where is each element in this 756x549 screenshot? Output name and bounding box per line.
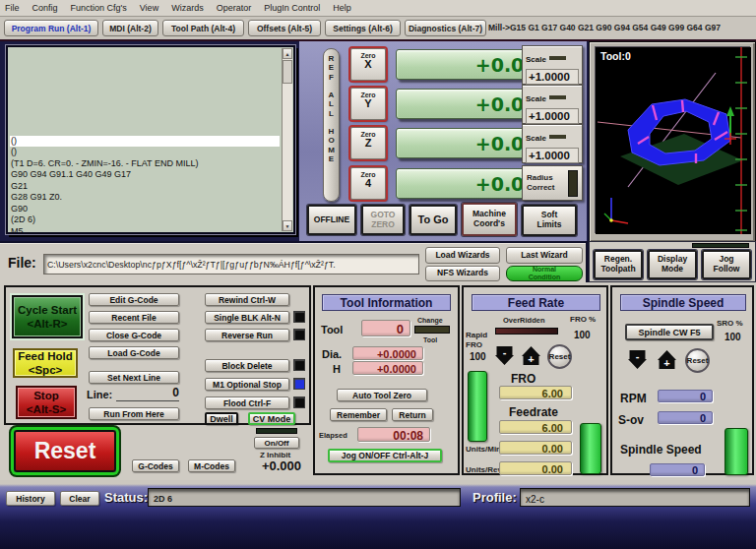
clear-button[interactable]: Clear bbox=[60, 491, 99, 506]
ref-all-home-button[interactable]: R E F A L L H O M E bbox=[323, 48, 340, 202]
scrollbar-thumb[interactable] bbox=[283, 60, 292, 84]
feed-plus-icon[interactable]: + bbox=[522, 346, 540, 365]
auto-tool-zero-button[interactable]: Auto Tool Zero bbox=[337, 389, 427, 401]
scroll-down-icon[interactable]: ▼ bbox=[283, 220, 292, 231]
zero-y-button[interactable]: Zero Y bbox=[350, 88, 386, 120]
line-number-field[interactable]: 0 bbox=[116, 386, 179, 401]
gcode-line: (T1 D=6. CR=0. - ZMIN=-16. - FLAT END MI… bbox=[10, 158, 280, 170]
gcode-current-line[interactable]: () bbox=[10, 136, 280, 148]
z-inhibit-onoff-button[interactable]: On/Off bbox=[254, 437, 299, 449]
last-wizard-button[interactable]: Last Wizard bbox=[506, 247, 583, 264]
zero-4-button[interactable]: Zero 4 bbox=[350, 167, 386, 200]
tool-dia-field[interactable]: +0.0000 bbox=[352, 346, 423, 360]
tab-program-run[interactable]: Program Run (Alt-1) bbox=[4, 20, 98, 36]
rapid-fro-label: Rapid FRO bbox=[466, 331, 487, 351]
run-from-here-button[interactable]: Run From Here bbox=[89, 407, 179, 420]
reset-button[interactable]: Reset bbox=[14, 430, 116, 472]
scale-y-value[interactable]: +1.0000 bbox=[526, 108, 579, 124]
gcode-window[interactable]: () () (T1 D=6. CR=0. - ZMIN=-16. - FLAT … bbox=[6, 45, 295, 234]
tab-offsets[interactable]: Offsets (Alt-5) bbox=[248, 20, 321, 36]
menu-function-cfgs[interactable]: Function Cfg's bbox=[71, 3, 127, 13]
load-wizards-button[interactable]: Load Wizards bbox=[425, 247, 500, 264]
tab-settings[interactable]: Settings (Alt-6) bbox=[325, 20, 401, 36]
scale-z-value[interactable]: +1.0000 bbox=[526, 148, 579, 163]
scale-x-value[interactable]: +1.0000 bbox=[526, 69, 579, 85]
return-button[interactable]: Return bbox=[392, 408, 433, 421]
status-bar: History Clear Status: 2D 6 Profile: x2-c bbox=[0, 480, 756, 549]
toolpath-drawing bbox=[596, 47, 751, 234]
regen-toolpath-button[interactable]: Regen. Toolpath bbox=[594, 250, 643, 279]
soft-limits-button[interactable]: Soft Limits bbox=[522, 205, 577, 236]
g-codes-button[interactable]: G-Codes bbox=[132, 459, 179, 472]
rewind-button[interactable]: Rewind Ctrl-W bbox=[205, 293, 289, 306]
display-mode-button[interactable]: Display Mode bbox=[648, 250, 697, 279]
spindle-slider[interactable] bbox=[724, 428, 748, 475]
close-gcode-button[interactable]: Close G-Code bbox=[89, 329, 179, 341]
toolpath-canvas[interactable]: Tool:0 bbox=[595, 46, 750, 233]
cycle-start-button[interactable]: Cycle Start <Alt-R> bbox=[12, 295, 83, 338]
menu-file[interactable]: File bbox=[5, 3, 20, 13]
feed-hold-button[interactable]: Feed Hold <Spc> bbox=[13, 348, 78, 378]
flood-button[interactable]: Flood Ctrl-F bbox=[205, 396, 289, 409]
tool-h-field[interactable]: +0.0000 bbox=[352, 361, 423, 375]
jog-follow-button[interactable]: Jog Follow bbox=[702, 250, 751, 279]
cv-mode-button[interactable]: CV Mode bbox=[248, 412, 295, 425]
edit-gcode-button[interactable]: Edit G-Code bbox=[89, 293, 179, 306]
spindle-speed-field[interactable]: 0 bbox=[650, 463, 705, 476]
radius-correct-button[interactable]: Radius Correct bbox=[522, 165, 583, 201]
dwell-button[interactable]: Dwell bbox=[205, 412, 238, 425]
history-button[interactable]: History bbox=[6, 491, 55, 506]
change-tool-label: Tool bbox=[423, 336, 437, 343]
to-go-button[interactable]: To Go bbox=[410, 205, 457, 235]
overridden-label: OverRidden bbox=[503, 316, 545, 325]
spindle-minus-icon[interactable]: - bbox=[628, 350, 647, 369]
change-tool-led bbox=[414, 326, 450, 334]
remember-button[interactable]: Remember bbox=[330, 408, 387, 421]
zero-z-button[interactable]: Zero Z bbox=[350, 127, 386, 159]
fro-field[interactable]: 6.00 bbox=[499, 386, 572, 399]
recent-file-button[interactable]: Recent File bbox=[89, 311, 179, 324]
tab-diagnostics[interactable]: Diagnostics (Alt-7) bbox=[405, 20, 486, 36]
axis-y-letter: Y bbox=[351, 98, 385, 109]
offline-button[interactable]: OFFLINE bbox=[307, 205, 356, 235]
block-delete-button[interactable]: Block Delete bbox=[205, 359, 289, 372]
menu-help[interactable]: Help bbox=[333, 3, 351, 13]
stop-button[interactable]: Stop <Alt-S> bbox=[16, 386, 77, 419]
m-codes-button[interactable]: M-Codes bbox=[188, 459, 235, 472]
nfs-wizards-button[interactable]: NFS Wizards bbox=[425, 266, 500, 281]
scroll-up-icon[interactable]: ▲ bbox=[283, 48, 292, 59]
spindle-plus-icon[interactable]: + bbox=[658, 350, 676, 369]
load-gcode-button[interactable]: Load G-Code bbox=[89, 346, 179, 359]
menu-view[interactable]: View bbox=[140, 3, 158, 13]
tab-tool-path[interactable]: Tool Path (Alt-4) bbox=[162, 20, 244, 36]
fro-slider[interactable] bbox=[468, 371, 487, 442]
gcode-scrollbar[interactable]: ▲ ▼ bbox=[282, 48, 292, 231]
menu-plugin-control[interactable]: PlugIn Control bbox=[264, 3, 320, 13]
gcode-line: G90 bbox=[10, 204, 280, 215]
program-control-panel: Cycle Start <Alt-R> Feed Hold <Spc> Stop… bbox=[4, 285, 311, 425]
file-path-field[interactable]: C:\Users\x2cnc\Desktop\ncƒpƒXƒf[ƒ^\xŽ²ƒT… bbox=[43, 254, 419, 274]
menu-config[interactable]: Config bbox=[32, 3, 58, 13]
zero-x-button[interactable]: Zero X bbox=[350, 48, 386, 81]
gcode-line: (2D 6) bbox=[10, 214, 280, 226]
tab-mdi[interactable]: MDI (Alt-2) bbox=[102, 20, 158, 36]
feed-minus-icon[interactable]: - bbox=[495, 346, 514, 365]
feed-reset-button[interactable]: Reset bbox=[547, 344, 572, 369]
menu-operator[interactable]: Operator bbox=[217, 3, 252, 13]
spindle-cw-button[interactable]: Spindle CW F5 bbox=[625, 324, 714, 340]
z-inhibit-value[interactable]: +0.000 bbox=[248, 458, 301, 473]
menu-wizards[interactable]: Wizards bbox=[171, 3, 204, 13]
goto-zero-button[interactable]: GOTO ZERO bbox=[361, 205, 405, 235]
jog-onoff-button[interactable]: Jog ON/OFF Ctrl-Alt-J bbox=[328, 449, 442, 462]
m1-optional-stop-button[interactable]: M1 Optional Stop bbox=[205, 378, 289, 391]
reverse-run-button[interactable]: Reverse Run bbox=[205, 329, 289, 341]
feedrate-slider[interactable] bbox=[580, 423, 601, 474]
single-blk-led bbox=[293, 311, 305, 323]
machine-coords-button[interactable]: Machine Coord's bbox=[462, 203, 517, 236]
flood-led bbox=[293, 396, 305, 408]
spindle-reset-button[interactable]: Reset bbox=[685, 348, 710, 373]
tool-number-field[interactable]: 0 bbox=[361, 320, 410, 336]
normal-condition-button[interactable]: Normal Condition bbox=[506, 266, 583, 281]
set-next-line-button[interactable]: Set Next Line bbox=[89, 371, 179, 384]
single-blk-button[interactable]: Single BLK Alt-N bbox=[205, 311, 289, 324]
